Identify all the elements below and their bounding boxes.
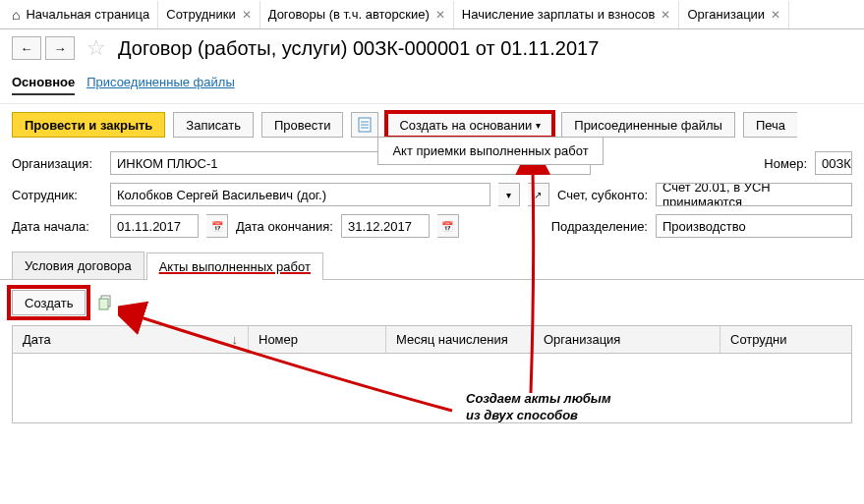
print-button[interactable]: Печа [743,112,797,138]
number-label: Номер: [764,156,807,171]
employee-label: Сотрудник: [12,188,102,202]
end-date-label: Дата окончания: [236,219,333,234]
dept-input[interactable]: Производство [656,214,852,238]
nav-back-button[interactable]: ← [12,36,41,60]
home-icon: ⌂ [12,7,20,23]
col-org[interactable]: Организация [534,326,720,353]
subtab-attached-files[interactable]: Присоединенные файлы [86,71,235,95]
create-based-label: Создать на основании [399,118,532,133]
org-label: Организация: [12,156,102,171]
calendar-button[interactable]: 📅 [206,214,228,238]
dept-label: Подразделение: [551,219,648,234]
tab-employees[interactable]: Сотрудники ✕ [158,1,259,28]
svg-rect-5 [99,299,108,309]
employee-input[interactable]: Колобков Сергей Васильевич (дог.) [110,183,490,206]
col-date[interactable]: Дата ↓ [13,326,249,353]
tab-contracts[interactable]: Договоры (в т.ч. авторские) ✕ [260,1,454,28]
col-employee[interactable]: Сотрудни [720,326,851,353]
tab-home-label: Начальная страница [26,7,149,22]
tab-label: Договоры (в т.ч. авторские) [268,7,430,22]
subtab-main[interactable]: Основное [12,71,75,95]
toolbar: Провести и закрыть Записать Провести Соз… [0,104,864,149]
inner-tabs: Условия договора Акты выполненных работ [0,248,864,280]
nav-buttons: ← → [12,36,75,60]
annotation-text: Создаем акты любым из двух способов [466,391,611,424]
col-month[interactable]: Месяц начисления [386,326,534,353]
col-number[interactable]: Номер [249,326,386,353]
document-icon [357,117,373,133]
inner-tab-acts[interactable]: Акты выполненных работ [146,252,323,280]
copy-icon[interactable] [93,291,117,314]
menu-item-act[interactable]: Акт приемки выполненных работ [392,143,588,158]
create-button[interactable]: Создать [12,290,86,315]
end-date-input[interactable]: 31.12.2017 [341,214,430,238]
tab-label: Организации [687,7,765,22]
close-icon[interactable]: ✕ [435,8,445,22]
dropdown-button[interactable]: ▾ [498,183,520,206]
window-tabs-bar: ⌂ Начальная страница Сотрудники ✕ Догово… [0,0,864,29]
sort-indicator-icon: ↓ [232,332,239,347]
tab-payroll[interactable]: Начисление зарплаты и взносов ✕ [454,1,680,28]
grid-body[interactable] [13,354,851,417]
calendar-button[interactable]: 📅 [437,214,459,238]
tab-content-acts: Создать Дата ↓ Номер Месяц начисления Ор… [0,280,864,433]
favorite-star-icon[interactable]: ☆ [86,35,106,61]
app-window: ⌂ Начальная страница Сотрудники ✕ Догово… [0,0,864,504]
save-button[interactable]: Записать [173,112,254,138]
grid-header: Дата ↓ Номер Месяц начисления Организаци… [13,326,851,354]
attached-files-button[interactable]: Присоединенные файлы [561,112,735,138]
header-row: ← → ☆ Договор (работы, услуги) 00ЗК-0000… [0,29,864,67]
post-and-close-button[interactable]: Провести и закрыть [12,112,165,138]
start-date-input[interactable]: 01.11.2017 [110,214,199,238]
start-date-label: Дата начала: [12,219,102,234]
close-icon[interactable]: ✕ [661,8,670,22]
tab-label: Начисление зарплаты и взносов [462,7,656,22]
create-based-menu: Акт приемки выполненных работ [377,137,603,165]
account-label: Счет, субконто: [557,188,648,202]
number-input[interactable]: 00ЗК [815,151,852,175]
close-icon[interactable]: ✕ [242,8,252,22]
close-icon[interactable]: ✕ [771,8,780,22]
inner-tab-conditions[interactable]: Условия договора [12,252,144,279]
report-button[interactable] [351,112,378,138]
dropdown-caret-icon: ▾ [536,120,541,131]
tab-orgs[interactable]: Организации ✕ [679,1,789,28]
post-button[interactable]: Провести [261,112,344,138]
tab-label: Сотрудники [166,7,235,22]
open-button[interactable]: ↗ [528,183,549,206]
tab-home[interactable]: ⌂ Начальная страница [4,1,158,28]
page-title: Договор (работы, услуги) 00ЗК-000001 от … [118,37,599,60]
create-based-on-button[interactable]: Создать на основании ▾ Акт приемки выпол… [386,112,553,138]
account-input[interactable]: Счет 20.01, в УСН принимаются [656,183,852,206]
acts-grid: Дата ↓ Номер Месяц начисления Организаци… [12,325,852,423]
document-subtabs: Основное Присоединенные файлы [0,67,864,104]
nav-forward-button[interactable]: → [45,36,75,60]
